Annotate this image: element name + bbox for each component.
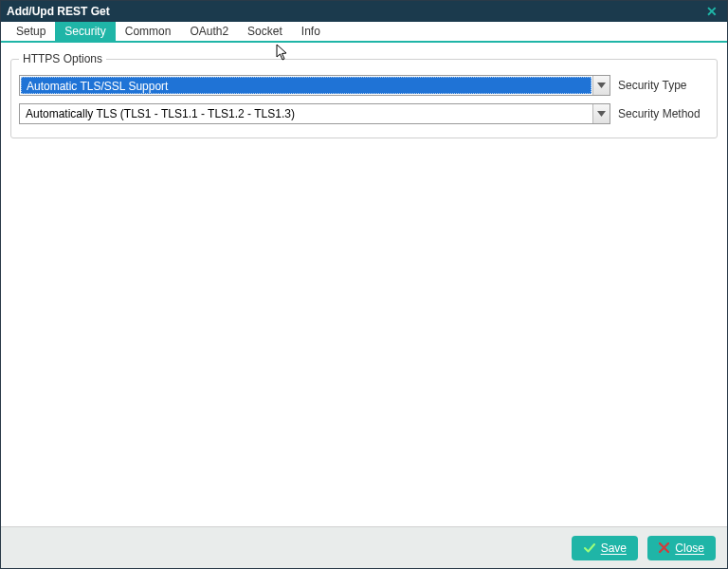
close-button[interactable]: Close: [647, 536, 716, 560]
security-method-combo[interactable]: Automatically TLS (TLS1 - TLS1.1 - TLS1.…: [19, 103, 610, 124]
close-icon[interactable]: ✕: [702, 4, 721, 19]
client-area: HTTPS Options Automatic TLS/SSL Support …: [1, 43, 727, 526]
security-type-combo[interactable]: Automatic TLS/SSL Support: [19, 75, 610, 96]
tab-socket[interactable]: Socket: [238, 22, 292, 41]
security-method-label: Security Method: [618, 107, 709, 120]
save-button[interactable]: Save: [572, 536, 638, 560]
close-label: Close: [675, 541, 704, 555]
footer: Save Close: [1, 526, 727, 568]
tab-common[interactable]: Common: [116, 22, 181, 41]
group-legend: HTTPS Options: [19, 52, 106, 65]
tab-setup[interactable]: Setup: [7, 22, 55, 41]
tabbar: Setup Security Common OAuth2 Socket Info: [1, 22, 727, 43]
security-type-label: Security Type: [618, 79, 709, 92]
row-security-type: Automatic TLS/SSL Support Security Type: [19, 75, 709, 96]
chevron-down-icon[interactable]: [592, 76, 610, 95]
tab-security[interactable]: Security: [55, 22, 115, 41]
tab-oauth2[interactable]: OAuth2: [180, 22, 238, 41]
x-icon: [659, 542, 669, 553]
https-options-group: HTTPS Options Automatic TLS/SSL Support …: [10, 52, 718, 138]
window-title: Add/Upd REST Get: [7, 5, 702, 18]
security-method-value: Automatically TLS (TLS1 - TLS1.1 - TLS1.…: [20, 107, 592, 120]
dialog-window: Add/Upd REST Get ✕ Setup Security Common…: [0, 0, 728, 569]
row-security-method: Automatically TLS (TLS1 - TLS1.1 - TLS1.…: [19, 103, 709, 124]
check-icon: [584, 542, 595, 554]
tab-info[interactable]: Info: [292, 22, 330, 41]
save-label: Save: [601, 541, 627, 555]
chevron-down-icon[interactable]: [592, 104, 610, 123]
titlebar: Add/Upd REST Get ✕: [1, 1, 727, 22]
security-type-value: Automatic TLS/SSL Support: [21, 77, 592, 94]
